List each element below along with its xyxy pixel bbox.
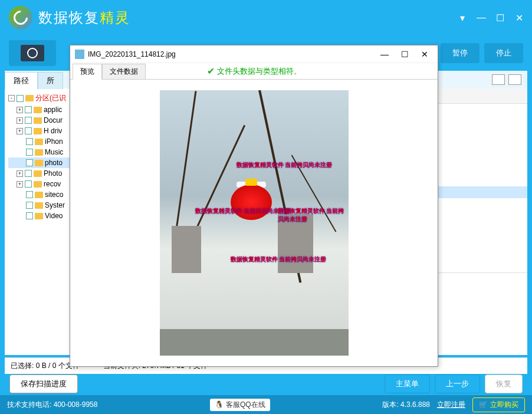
preview-dialog: IMG_20220131_114812.jpg — ☐ ✕ 预览 文件数据 ✔文… xyxy=(70,45,438,367)
pause-button[interactable]: 暂停 xyxy=(441,43,480,63)
preview-image: 数据恢复精灵软件 当前拷贝尚未注册 数据恢复精灵软件 当前拷贝尚未注册 数据恢复… xyxy=(160,90,349,356)
qq-support-button[interactable]: 🐧客服QQ在线 xyxy=(210,399,270,411)
main-menu-button[interactable]: 主菜单 xyxy=(385,374,430,393)
save-progress-button[interactable]: 保存扫描进度 xyxy=(9,374,78,393)
preview-minimize-button[interactable]: — xyxy=(376,48,393,60)
file-icon xyxy=(75,50,84,59)
preview-tab-image[interactable]: 预览 xyxy=(73,64,102,80)
preview-filename: IMG_20220131_114812.jpg xyxy=(88,50,176,58)
recover-button: 恢复 xyxy=(485,374,523,393)
app-title: 数据恢复精灵 xyxy=(38,8,130,27)
tab-all[interactable]: 所 xyxy=(38,72,63,89)
grid-view-icon[interactable] xyxy=(492,74,505,85)
preview-tab-filedata[interactable]: 文件数据 xyxy=(102,64,146,79)
stop-button[interactable]: 停止 xyxy=(484,43,523,63)
buy-button[interactable]: 🛒立即购买 xyxy=(472,397,525,412)
preview-status: ✔文件头数据与类型相符。 xyxy=(207,65,301,77)
scan-device-icon[interactable] xyxy=(9,40,56,66)
tab-path[interactable]: 路径 xyxy=(5,72,38,89)
check-icon: ✔ xyxy=(207,65,215,77)
register-link[interactable]: 立即注册 xyxy=(437,400,465,410)
version-label: 版本: 4.3.6.888 xyxy=(382,400,430,410)
dropdown-icon[interactable]: ▾ xyxy=(458,14,467,22)
app-logo xyxy=(9,6,32,29)
preview-maximize-button[interactable]: ☐ xyxy=(396,48,413,60)
support-phone: 技术支持电话: 400-008-9958 xyxy=(7,400,97,410)
maximize-button[interactable]: ☐ xyxy=(496,14,504,22)
watermark-text: 数据恢复精灵软件 当前拷贝尚未注册 xyxy=(237,161,333,169)
preview-close-button[interactable]: ✕ xyxy=(416,48,433,60)
list-view-icon[interactable] xyxy=(508,74,521,85)
previous-button[interactable]: 上一步 xyxy=(435,374,480,393)
close-button[interactable]: ✕ xyxy=(515,14,523,22)
minimize-button[interactable]: — xyxy=(477,14,485,22)
